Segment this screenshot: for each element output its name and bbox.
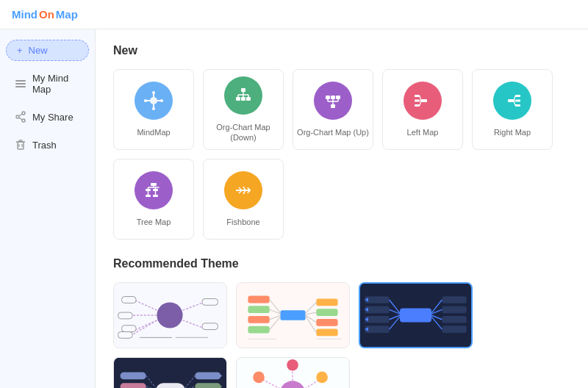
right-map-icon	[493, 82, 531, 120]
svg-rect-47	[508, 99, 514, 102]
theme-card-2[interactable]	[236, 282, 350, 348]
svg-line-51	[514, 96, 515, 101]
my-mind-map-icon	[15, 78, 26, 90]
svg-rect-100	[316, 309, 337, 316]
svg-point-160	[253, 372, 265, 384]
svg-point-163	[316, 372, 328, 384]
svg-rect-25	[246, 97, 251, 101]
theme-grid	[113, 282, 570, 388]
svg-rect-32	[326, 96, 330, 99]
mindmap-card[interactable]: MindMap	[113, 69, 194, 150]
svg-point-3	[22, 112, 25, 115]
left-map-label: Left Map	[407, 127, 439, 137]
fishbone-icon	[224, 171, 262, 209]
svg-rect-133	[121, 373, 146, 380]
tree-map-icon	[135, 171, 173, 209]
svg-rect-101	[316, 319, 337, 326]
sidebar-item-trash[interactable]: Trash	[3, 132, 92, 158]
main-layout: + New My Mind Map My Share Trash New	[0, 29, 588, 388]
sidebar: + New My Mind Map My Share Trash	[0, 29, 96, 388]
svg-line-7	[19, 118, 22, 120]
org-chart-down-card[interactable]: Org-Chart Map (Down)	[203, 69, 284, 150]
svg-rect-111	[365, 296, 389, 303]
right-map-card[interactable]: Right Map	[472, 69, 553, 150]
svg-rect-102	[316, 329, 337, 337]
logo: MindOnMap	[12, 8, 78, 21]
svg-line-6	[19, 114, 22, 116]
svg-rect-0	[15, 80, 26, 82]
svg-point-5	[22, 119, 25, 122]
svg-rect-48	[515, 95, 520, 97]
theme-card-1[interactable]	[113, 282, 227, 348]
tree-map-card[interactable]: Tree Map	[113, 159, 194, 240]
sidebar-item-my-share[interactable]: My Share	[3, 104, 92, 130]
theme-card-4[interactable]	[113, 357, 227, 388]
svg-point-74	[157, 302, 182, 328]
svg-rect-141	[195, 373, 220, 380]
svg-marker-72	[249, 188, 251, 193]
svg-rect-49	[515, 99, 520, 101]
trash-icon	[15, 139, 26, 151]
svg-rect-99	[316, 299, 337, 306]
svg-point-19	[152, 107, 155, 110]
org-chart-down-label: Org-Chart Map (Down)	[204, 122, 283, 143]
right-map-label: Right Map	[494, 127, 531, 137]
sidebar-item-my-share-label: My Share	[32, 112, 74, 123]
sidebar-item-my-mind-map[interactable]: My Mind Map	[3, 65, 92, 102]
fishbone-card[interactable]: Fishbone	[203, 159, 284, 240]
svg-rect-54	[151, 183, 157, 186]
my-share-icon	[15, 111, 26, 123]
content-area: New MindMap Org-Chart Map (Down)	[96, 29, 588, 388]
svg-rect-142	[195, 383, 220, 388]
org-chart-down-icon	[224, 76, 262, 115]
svg-point-21	[160, 99, 163, 102]
svg-rect-23	[236, 97, 240, 101]
logo-mind: Mind	[12, 8, 37, 21]
svg-rect-55	[146, 189, 151, 191]
svg-line-46	[420, 101, 421, 106]
mindmap-label: MindMap	[137, 127, 170, 137]
logo-on: On	[39, 8, 54, 21]
mindmap-icon	[135, 82, 173, 120]
svg-point-4	[16, 115, 19, 118]
sidebar-item-new[interactable]: + New	[6, 40, 89, 61]
svg-rect-41	[415, 95, 420, 97]
svg-rect-94	[248, 326, 269, 334]
svg-rect-34	[336, 96, 340, 99]
svg-rect-113	[365, 316, 389, 323]
svg-rect-33	[331, 96, 335, 99]
svg-rect-110	[400, 308, 431, 322]
svg-rect-121	[442, 316, 466, 323]
new-icon: +	[17, 45, 23, 56]
svg-rect-2	[15, 86, 26, 87]
svg-rect-119	[442, 296, 466, 303]
fishbone-label: Fishbone	[226, 217, 259, 227]
svg-point-164	[287, 359, 298, 371]
svg-point-20	[144, 99, 147, 102]
svg-rect-57	[146, 195, 151, 197]
svg-rect-43	[415, 104, 420, 107]
svg-rect-92	[248, 306, 269, 313]
org-chart-up-card[interactable]: Org-Chart Map (Up)	[293, 69, 373, 150]
svg-rect-91	[248, 296, 269, 303]
svg-rect-90	[280, 310, 305, 320]
org-chart-up-label: Org-Chart Map (Up)	[297, 127, 369, 137]
svg-line-44	[420, 96, 421, 101]
svg-rect-50	[515, 104, 520, 107]
svg-rect-58	[153, 195, 158, 197]
svg-rect-24	[241, 97, 245, 101]
sidebar-item-my-mind-map-label: My Mind Map	[32, 73, 80, 95]
org-chart-up-icon	[314, 82, 352, 120]
theme-card-5[interactable]	[236, 357, 350, 388]
svg-rect-120	[442, 306, 466, 314]
map-cards-grid: MindMap Org-Chart Map (Down) Org-Chart M…	[113, 69, 570, 240]
svg-line-53	[514, 101, 515, 106]
left-map-card[interactable]: Left Map	[382, 69, 463, 150]
recommended-theme-title: Recommended Theme	[113, 257, 570, 270]
theme-card-3[interactable]	[359, 282, 473, 348]
sidebar-item-trash-label: Trash	[32, 140, 57, 151]
svg-rect-40	[421, 99, 427, 102]
logo-map: Map	[56, 8, 78, 21]
tree-map-label: Tree Map	[137, 217, 171, 227]
new-section-title: New	[113, 44, 570, 57]
